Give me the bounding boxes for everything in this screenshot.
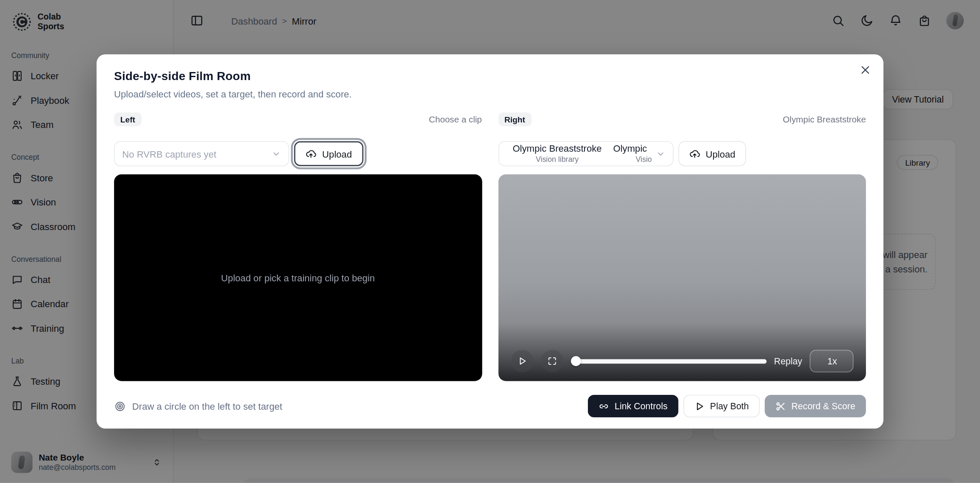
- record-score-label: Record & Score: [791, 401, 855, 411]
- video-panels: Upload or pick a training clip to begin …: [114, 174, 866, 381]
- upload-label: Upload: [706, 148, 735, 159]
- play-button[interactable]: [511, 350, 533, 372]
- seek-thumb[interactable]: [571, 356, 581, 366]
- panel-headers: Left Choose a clip Right Olympic Breasts…: [114, 112, 866, 126]
- screen: Colab Sports Community Locker Playbook T…: [0, 0, 980, 483]
- dialog-title: Side-by-side Film Room: [114, 69, 866, 83]
- right-panel-header: Right Olympic Breaststroke: [498, 112, 866, 126]
- left-video-canvas[interactable]: Upload or pick a training clip to begin: [114, 174, 482, 381]
- playback-speed-select[interactable]: 1x: [810, 350, 853, 372]
- cloud-upload-icon: [305, 148, 317, 159]
- link-icon: [599, 401, 609, 411]
- replay-label[interactable]: Replay: [774, 356, 802, 366]
- option-source: Vision library: [536, 155, 579, 164]
- left-video-placeholder: Upload or pick a training clip to begin: [221, 272, 375, 283]
- link-controls-label: Link Controls: [615, 401, 668, 411]
- left-clip-hint: Choose a clip: [429, 114, 482, 125]
- left-clip-select[interactable]: No RVRB captures yet: [114, 141, 289, 166]
- next-option-truncated: Olympic Visio: [613, 143, 651, 164]
- play-both-button[interactable]: Play Both: [683, 395, 760, 417]
- option-title: Olympic: [613, 143, 647, 155]
- left-badge: Left: [114, 112, 142, 126]
- target-icon: [114, 400, 126, 412]
- cloud-upload-icon: [689, 148, 700, 159]
- player-controls: Replay 1x: [511, 350, 854, 372]
- close-icon[interactable]: [860, 64, 871, 76]
- left-panel-header: Left Choose a clip: [114, 112, 482, 126]
- left-upload-button[interactable]: Upload: [294, 141, 363, 166]
- right-clip-title: Olympic Breaststroke: [783, 114, 866, 125]
- left-controls-row: No RVRB captures yet Upload: [114, 141, 482, 166]
- chevron-down-icon: [656, 149, 665, 158]
- dialog-subtitle: Upload/select videos, set a target, then…: [114, 89, 866, 99]
- seek-slider[interactable]: [571, 356, 766, 366]
- right-badge: Right: [498, 112, 531, 126]
- play-icon: [517, 356, 527, 366]
- scissors-icon: [775, 401, 786, 411]
- right-upload-button[interactable]: Upload: [678, 141, 746, 166]
- option-title: Olympic Breaststroke: [512, 143, 601, 155]
- selected-option: Olympic Breaststroke Vision library: [506, 143, 608, 164]
- play-icon: [694, 401, 704, 411]
- right-controls-row: Olympic Breaststroke Vision library Olym…: [498, 141, 866, 166]
- footer-actions: Link Controls Play Both Record & Score: [588, 395, 866, 417]
- upload-label: Upload: [322, 148, 352, 159]
- dialog-footer: Draw a circle on the left to set target …: [114, 395, 866, 417]
- play-both-label: Play Both: [710, 401, 749, 411]
- seek-track: [571, 359, 766, 363]
- left-select-value: No RVRB captures yet: [122, 148, 268, 159]
- right-video-player[interactable]: Replay 1x: [498, 174, 866, 381]
- target-hint: Draw a circle on the left to set target: [114, 400, 282, 412]
- target-hint-text: Draw a circle on the left to set target: [132, 401, 282, 411]
- record-score-button[interactable]: Record & Score: [765, 395, 866, 417]
- fullscreen-icon: [547, 356, 557, 366]
- option-source: Visio: [636, 155, 652, 164]
- fullscreen-button[interactable]: [540, 350, 563, 372]
- chevron-down-icon: [272, 149, 281, 158]
- side-by-side-film-room-dialog: Side-by-side Film Room Upload/select vid…: [97, 54, 883, 428]
- right-clip-select[interactable]: Olympic Breaststroke Vision library Olym…: [498, 141, 673, 166]
- panel-controls: No RVRB captures yet Upload Olympic Brea…: [114, 134, 866, 167]
- link-controls-button[interactable]: Link Controls: [588, 395, 678, 417]
